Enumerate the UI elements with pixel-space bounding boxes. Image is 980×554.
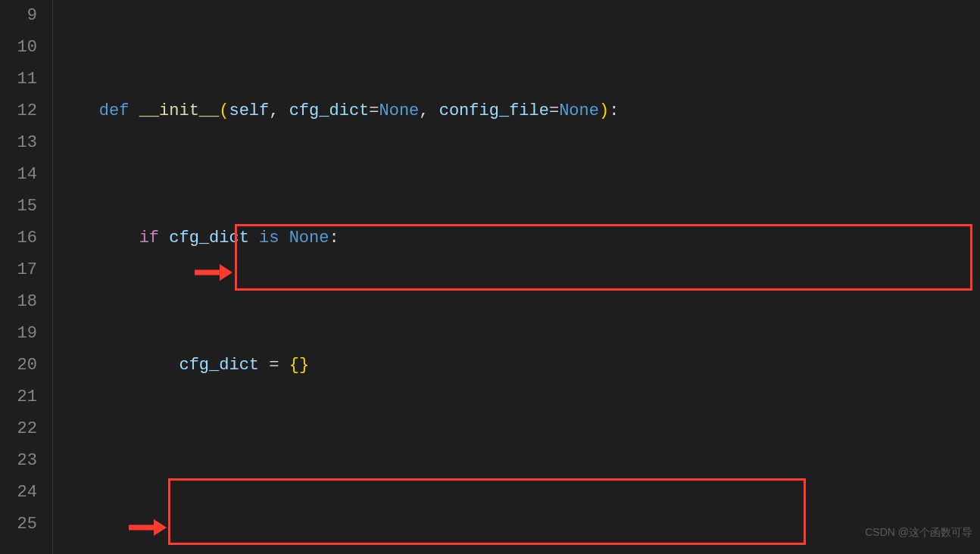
code-line[interactable]: if cfg_dict is None: — [59, 223, 980, 254]
line-number: 12 — [0, 95, 37, 127]
param: cfg_dict — [289, 101, 370, 120]
code-line[interactable]: cfg_dict = {} — [59, 350, 980, 381]
keyword-if: if — [139, 229, 170, 247]
code-editor: 9 10 11 12 13 14 15 16 17 18 19 20 21 22… — [0, 0, 980, 554]
line-number: 13 — [0, 127, 37, 159]
keyword-def: def — [99, 101, 139, 120]
code-area[interactable]: def __init__(self, cfg_dict=None, config… — [53, 0, 980, 554]
line-number: 19 — [0, 318, 37, 350]
variable: cfg_dict — [169, 229, 249, 247]
line-number: 23 — [0, 445, 37, 477]
param: config_file — [439, 101, 549, 120]
colon: : — [329, 229, 339, 247]
comma: , — [419, 101, 439, 120]
line-number: 25 — [0, 509, 37, 540]
code-line-blank[interactable] — [59, 477, 980, 509]
code-line[interactable]: def __init__(self, cfg_dict=None, config… — [59, 95, 980, 127]
line-number: 9 — [0, 0, 37, 32]
line-number: 16 — [0, 223, 37, 254]
watermark: CSDN @这个函数可导 — [865, 516, 972, 548]
colon: : — [609, 101, 619, 120]
param-self: self — [229, 101, 269, 120]
paren-open: ( — [219, 101, 229, 120]
line-number: 11 — [0, 64, 37, 95]
keyword-is: is — [249, 229, 289, 247]
line-number: 18 — [0, 286, 37, 318]
line-number-gutter: 9 10 11 12 13 14 15 16 17 18 19 20 21 22… — [0, 0, 53, 554]
line-number: 17 — [0, 254, 37, 286]
none-literal: None — [379, 101, 420, 120]
variable: cfg_dict — [179, 356, 259, 375]
line-number: 15 — [0, 191, 37, 223]
line-number: 22 — [0, 413, 37, 445]
paren-close: ) — [599, 101, 609, 120]
comma: , — [269, 101, 289, 120]
line-number: 14 — [0, 159, 37, 191]
function-name: __init__ — [139, 101, 220, 120]
line-number: 20 — [0, 350, 37, 381]
line-number: 24 — [0, 477, 37, 509]
brace-close: } — [299, 356, 309, 375]
none-literal: None — [289, 229, 329, 247]
line-number: 21 — [0, 381, 37, 413]
equals: = — [549, 101, 559, 120]
equals: = — [369, 101, 379, 120]
none-literal: None — [559, 101, 599, 120]
brace-open: { — [289, 356, 299, 375]
line-number: 10 — [0, 32, 37, 64]
equals: = — [259, 356, 289, 375]
